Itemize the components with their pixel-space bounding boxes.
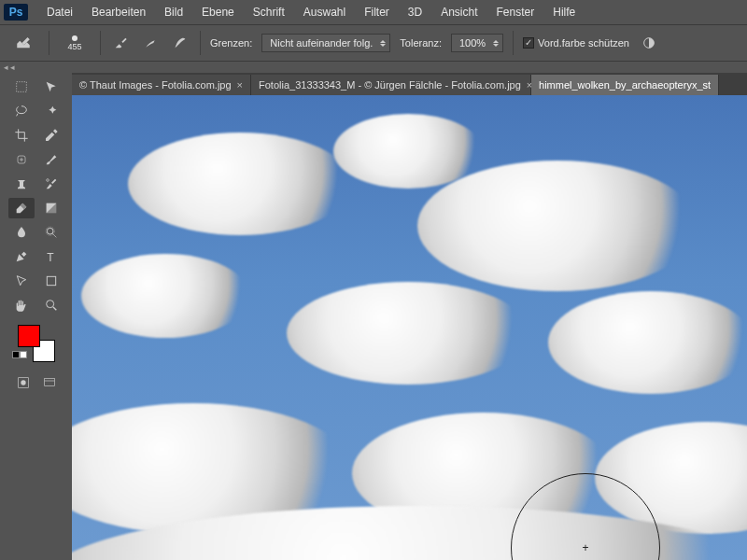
protect-foreground-checkbox[interactable]: Vord.farbe schützen [523,37,629,49]
document-tab[interactable]: © Thaut Images - Fotolia.com.jpg× [72,75,251,95]
tool-preset-picker[interactable] [7,32,39,54]
healing-brush-tool[interactable] [8,149,35,170]
menu-ansicht[interactable]: Ansicht [431,2,486,22]
document-tab[interactable]: himmel_wolken_by_archaeopteryx_st [531,75,719,95]
history-brush-tool[interactable] [38,174,64,194]
menu-bar: Ps Datei Bearbeiten Bild Ebene Schrift A… [0,0,747,24]
menu-hilfe[interactable]: Hilfe [543,2,585,22]
menu-ebene[interactable]: Ebene [192,2,244,22]
brush-preset-picker[interactable]: 455 [59,35,91,51]
blur-tool[interactable] [8,222,35,243]
brush-panel-toggle[interactable] [110,33,131,53]
move-tool[interactable] [38,77,64,97]
clone-stamp-tool[interactable] [8,174,35,194]
svg-rect-1 [16,82,26,92]
svg-rect-12 [44,378,54,385]
options-bar: 455 Grenzen: Nicht aufeinander folg. Tol… [0,24,747,62]
svg-text:T: T [47,251,54,264]
grenzen-value: Nicht aufeinander folg. [270,37,373,49]
screen-mode-toggle[interactable] [38,373,61,392]
path-selection-tool[interactable] [8,271,35,291]
grenzen-label: Grenzen: [210,37,252,49]
checkbox-icon [523,37,534,49]
color-swatches[interactable] [18,325,55,362]
eraser-tool[interactable] [8,198,35,218]
svg-point-9 [46,301,53,308]
grenzen-dropdown[interactable]: Nicht aufeinander folg. [261,34,390,52]
menu-schrift[interactable]: Schrift [244,2,294,22]
quick-mask-toggle[interactable] [12,373,35,392]
menu-3d[interactable]: 3D [399,2,431,22]
svg-point-11 [21,380,25,385]
shape-tool[interactable] [38,271,64,291]
gradient-tool[interactable] [38,198,64,218]
toleranz-label: Toleranz: [400,37,442,49]
lasso-tool[interactable] [8,101,35,121]
tools-panel: T [0,73,72,560]
canvas[interactable] [72,95,747,560]
default-colors-icon[interactable] [12,351,27,358]
menu-bearbeiten[interactable]: Bearbeiten [82,2,155,22]
tablet-pressure-toggle[interactable] [170,33,190,53]
toleranz-dropdown[interactable]: 100% [451,34,503,52]
toleranz-value: 100% [459,37,486,49]
svg-point-3 [46,179,49,182]
crop-tool[interactable] [8,125,35,146]
close-icon[interactable]: × [237,79,243,91]
airbrush-toggle[interactable] [140,33,161,53]
dropdown-arrows-icon [493,40,499,47]
document-tab[interactable]: Fotolia_31333343_M - © Jürgen Fälchle - … [251,75,531,95]
brush-dot-icon [72,35,78,41]
foreground-color-swatch[interactable] [18,325,40,347]
svg-rect-8 [47,276,55,285]
dropdown-arrows-icon [380,40,386,47]
brush-size-value: 455 [67,42,81,51]
svg-point-5 [47,228,53,234]
pressure-opacity-toggle[interactable] [639,33,659,53]
menu-bild[interactable]: Bild [155,2,192,22]
brush-tool[interactable] [38,149,64,170]
document-area: © Thaut Images - Fotolia.com.jpg× Fotoli… [72,73,747,560]
menu-datei[interactable]: Datei [37,2,82,22]
pen-tool[interactable] [8,246,35,267]
menu-fenster[interactable]: Fenster [487,2,544,22]
menu-filter[interactable]: Filter [355,2,399,22]
marquee-tool[interactable] [8,77,35,97]
menu-auswahl[interactable]: Auswahl [294,2,355,22]
type-tool[interactable]: T [38,246,64,267]
hand-tool[interactable] [8,295,35,315]
eyedropper-tool[interactable] [38,125,64,146]
zoom-tool[interactable] [38,295,64,315]
dodge-tool[interactable] [38,222,64,243]
document-tabs: © Thaut Images - Fotolia.com.jpg× Fotoli… [72,73,747,95]
collapse-handle[interactable]: ◂◂ [0,62,747,73]
magic-wand-tool[interactable] [38,101,64,121]
app-logo: Ps [4,4,28,21]
